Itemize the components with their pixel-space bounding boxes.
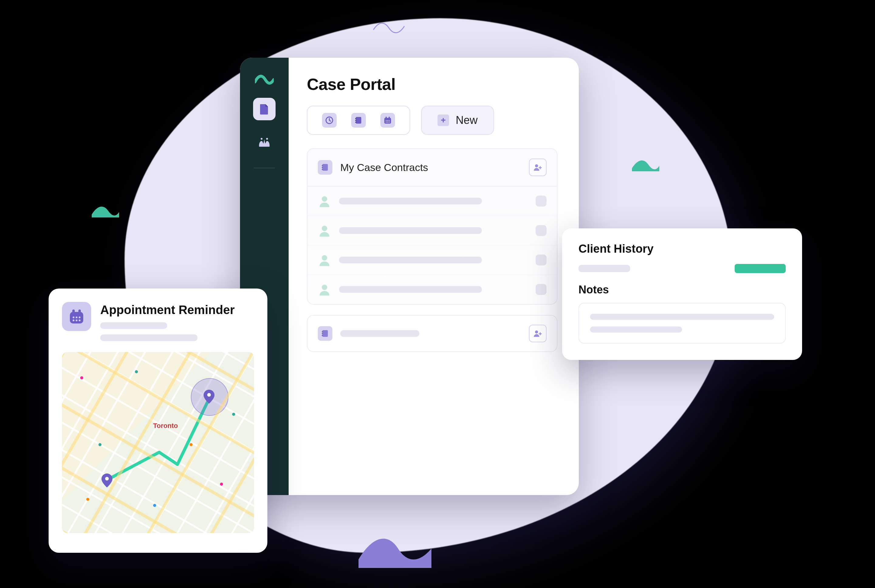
placeholder-chip: [536, 255, 546, 266]
contract-row[interactable]: [308, 245, 557, 275]
svg-point-10: [386, 120, 386, 121]
svg-point-38: [79, 320, 81, 321]
svg-point-0: [261, 138, 263, 140]
placeholder-text: [340, 330, 419, 337]
appointment-title: Appointment Reminder: [100, 303, 254, 317]
new-button[interactable]: + New: [421, 106, 494, 135]
svg-point-24: [322, 285, 327, 290]
svg-point-12: [389, 120, 390, 121]
svg-rect-8: [386, 117, 387, 119]
svg-point-34: [76, 316, 78, 318]
client-history-title: Client History: [578, 242, 786, 255]
placeholder-chip: [536, 284, 546, 295]
placeholder-text: [339, 227, 482, 234]
view-toggle-group: [307, 106, 410, 135]
svg-rect-17: [322, 165, 323, 166]
destination-pin-icon: [204, 390, 215, 404]
contract-row[interactable]: [308, 216, 557, 245]
toolbar: + New: [307, 106, 557, 135]
placeholder-text: [578, 265, 630, 272]
add-contact-button[interactable]: [529, 325, 546, 342]
svg-point-15: [389, 122, 390, 122]
clock-icon: [325, 116, 333, 124]
secondary-card: [307, 315, 557, 352]
person-icon: [318, 283, 331, 296]
svg-rect-28: [322, 335, 323, 336]
plus-icon: +: [437, 114, 449, 126]
person-plus-icon: [533, 330, 542, 338]
svg-rect-5: [355, 120, 356, 121]
svg-point-1: [266, 138, 268, 140]
origin-pin-icon: [102, 474, 113, 488]
notebook-icon: [354, 116, 362, 124]
teal-wave-accent-right: [632, 158, 659, 171]
svg-point-14: [387, 122, 388, 122]
hands-icon: [257, 137, 271, 149]
svg-point-40: [207, 393, 211, 397]
svg-rect-6: [355, 122, 356, 123]
appointment-reminder-card: Appointment Reminder Toronto: [49, 288, 267, 553]
notebook-icon: [321, 163, 329, 172]
sidebar-divider: [254, 168, 275, 168]
placeholder-text: [590, 314, 774, 320]
route-line: [62, 352, 254, 533]
svg-point-22: [322, 226, 327, 231]
svg-point-39: [105, 477, 109, 480]
svg-rect-9: [389, 117, 390, 119]
sidebar-nav-documents[interactable]: [253, 98, 276, 120]
portal-main: Case Portal: [289, 58, 579, 495]
person-plus-icon: [533, 164, 542, 171]
svg-rect-25: [322, 330, 328, 337]
placeholder-text: [100, 322, 167, 329]
svg-rect-4: [355, 118, 356, 119]
contracts-icon-box: [318, 160, 332, 175]
secondary-icon-box: [318, 326, 332, 341]
add-contact-button[interactable]: [529, 159, 546, 176]
calendar-dots-icon: [68, 308, 85, 325]
placeholder-chip: [536, 225, 546, 236]
svg-point-20: [535, 164, 538, 167]
client-history-card: Client History Notes: [562, 228, 802, 360]
svg-rect-26: [322, 332, 323, 332]
placeholder-chip: [536, 196, 546, 207]
svg-rect-16: [322, 164, 328, 171]
view-calendar-button[interactable]: [380, 113, 395, 128]
case-portal-window: Case Portal: [240, 58, 579, 495]
svg-rect-3: [356, 117, 361, 124]
svg-point-29: [535, 330, 538, 333]
svg-rect-27: [322, 333, 323, 334]
svg-point-37: [76, 320, 78, 321]
svg-point-11: [387, 120, 388, 121]
svg-rect-18: [322, 167, 323, 168]
person-icon: [318, 253, 331, 267]
svg-point-36: [73, 320, 74, 321]
purple-wave-accent-bottom: [359, 531, 431, 568]
svg-point-23: [322, 255, 327, 261]
view-recent-button[interactable]: [322, 113, 337, 128]
placeholder-text: [590, 327, 682, 333]
calendar-icon: [383, 116, 392, 124]
placeholder-text: [100, 334, 198, 341]
app-logo-icon: [255, 73, 274, 86]
page-title: Case Portal: [307, 75, 557, 93]
view-notes-button[interactable]: [351, 113, 366, 128]
status-badge: [735, 264, 786, 273]
placeholder-text: [339, 198, 482, 204]
new-button-label: New: [456, 114, 477, 127]
notebook-icon: [321, 329, 329, 338]
svg-point-35: [79, 316, 81, 318]
svg-point-13: [386, 122, 386, 122]
svg-rect-19: [322, 169, 323, 170]
contract-row[interactable]: [308, 186, 557, 216]
contract-row[interactable]: [308, 275, 557, 304]
notes-heading: Notes: [578, 284, 786, 296]
person-icon: [318, 224, 331, 237]
map-preview[interactable]: Toronto: [62, 352, 254, 533]
sidebar-nav-collab[interactable]: [253, 132, 276, 154]
notes-box[interactable]: [578, 303, 786, 344]
my-case-contracts-card: My Case Contracts: [307, 148, 557, 304]
wave-outline-accent: [372, 19, 405, 36]
contracts-header: My Case Contracts: [308, 149, 557, 186]
teal-wave-accent-left: [92, 204, 119, 218]
placeholder-text: [339, 256, 482, 263]
